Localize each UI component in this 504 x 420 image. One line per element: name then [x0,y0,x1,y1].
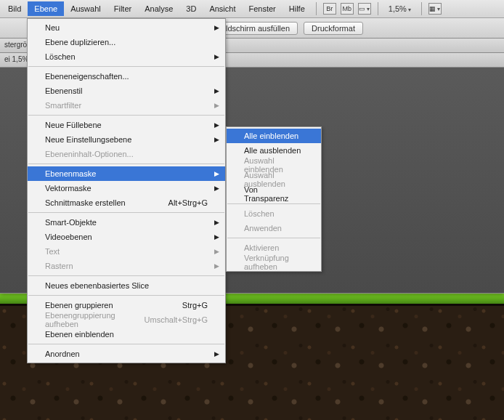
menu-separator [227,203,320,204]
maske-menu-item[interactable]: Von Transparenz [227,187,321,201]
shortcut: Alt+Strg+G [151,198,208,207]
menu-separator [28,66,224,67]
menu-item-label: Verknüpfung aufheben [244,254,304,271]
ebene-menu-item[interactable]: Smart-Objekte▶ [28,215,225,230]
maske-menu-item: Löschen [227,206,321,221]
submenu-arrow-icon: ▶ [214,233,219,241]
submenu-arrow-icon: ▶ [214,185,219,192]
menu-item-label: Ebenengruppierung aufheben [45,311,127,328]
submenu-arrow-icon: ▶ [214,219,219,226]
menu-item-label: Von Transparenz [244,185,304,203]
submenu-arrow-icon: ▶ [214,350,219,358]
shortcut: Umschalt+Strg+G [127,315,208,324]
separator [421,2,422,15]
menu-item-label: Anordnen [45,350,80,358]
menu-analyse[interactable]: Analyse [138,1,179,16]
menu-item-label: Schnittmaske erstellen [45,198,126,207]
shortcut: Strg+G [165,301,208,310]
menu-item-label: Neue Füllebene [45,121,102,129]
menu-item-label: Aktivieren [244,243,279,252]
ebene-menu-item: Smartfilter▶ [28,98,225,113]
maske-menu-item: Verknüpfung aufheben [227,255,321,270]
ebene-menu-item[interactable]: Ebeneneigenschaften... [28,69,225,84]
ebene-menu-item: Ebenengruppierung aufhebenUmschalt+Strg+… [28,312,225,327]
menu-item-label: Ebenenstil [45,86,82,95]
menu-item-label: Videoebenen [45,233,92,241]
minibridge-icon[interactable]: Mb [341,3,354,15]
menu-fenster[interactable]: Fenster [242,1,282,16]
menu-hilfe[interactable]: Hilfe [283,1,312,16]
menu-separator [28,163,224,164]
menu-item-label: Vektormaske [45,184,92,193]
ebene-menu-item[interactable]: Schnittmaske erstellenAlt+Strg+G [28,195,225,210]
menu-item-label: Ebene duplizieren... [45,38,115,47]
menu-item-label: Neu [45,23,60,32]
ebene-menu-item[interactable]: Anordnen▶ [28,347,225,361]
ebene-menu-item[interactable]: Ebenen gruppierenStrg+G [28,298,225,312]
arrange-icon[interactable]: ▦▾ [428,3,442,15]
zoom-value[interactable]: 1,5%▾ [389,4,411,13]
menu-item-label: Ebenen einblenden [45,330,114,339]
menu-item-label: Ebenenmaske [45,169,96,178]
ebene-menu-item[interactable]: Videoebenen▶ [28,230,225,244]
maske-menu-item: Aktivieren [227,241,321,255]
menu-item-label: Ebeneneigenschaften... [45,72,129,81]
menu-ebene[interactable]: Ebene [28,1,64,16]
menu-separator [28,212,224,213]
ebene-menu-item: Ebeneninhalt-Optionen... [28,147,225,161]
ebene-menu-item[interactable]: Neues ebenenbasiertes Slice [28,278,225,293]
screen-mode-icon[interactable]: ▭▾ [358,3,371,15]
menu-item-label: Ebeneninhalt-Optionen... [45,150,134,158]
maske-menu-item: Anwenden [227,221,321,235]
submenu-arrow-icon: ▶ [214,136,219,143]
ebene-menu-item[interactable]: Löschen▶ [28,49,225,64]
bridge-icon[interactable]: Br [323,3,336,15]
submenu-arrow-icon: ▶ [214,121,219,129]
ebene-menu-item[interactable]: Ebenenstil▶ [28,84,225,98]
separator [378,2,378,15]
submenu-arrow-icon: ▶ [214,262,219,270]
menu-separator [28,275,224,276]
submenu-arrow-icon: ▶ [214,53,219,60]
ebene-menu-item: Text▶ [28,244,225,259]
ebene-menu-item[interactable]: Ebenenmaske▶ [28,166,225,181]
menu-item-label: Löschen [244,209,275,218]
ebene-menu-item[interactable]: Vektormaske▶ [28,181,225,195]
ebene-menu-item[interactable]: Ebenen einblenden [28,327,225,342]
maske-menu-item[interactable]: Alle einblenden [227,129,321,143]
menu-3d[interactable]: 3D [179,1,203,16]
menu-item-label: Smart-Objekte [45,218,97,227]
menubar: Bild Ebene Auswahl Filter Analyse 3D Ans… [0,0,504,18]
submenu-arrow-icon: ▶ [214,102,219,109]
menu-bild[interactable]: Bild [1,1,28,16]
menu-item-label: Anwenden [244,224,282,233]
menu-separator [28,344,224,344]
separator [316,2,317,15]
menu-item-label: Neues ebenenbasiertes Slice [45,281,149,290]
menu-separator [227,238,320,238]
menu-ansicht[interactable]: Ansicht [203,1,242,16]
fit-screen-button[interactable]: ldschirm ausfüllen [218,22,298,35]
menu-item-label: Smartfilter [45,101,81,110]
maske-menu-item: Auswahl ausblenden [227,172,321,187]
maske-menu-item: Auswahl einblenden [227,158,321,172]
menu-auswahl[interactable]: Auswahl [64,1,107,16]
ebene-menu-item[interactable]: Ebene duplizieren... [28,35,225,49]
menu-separator [28,295,224,296]
ebene-dropdown: Neu▶Ebene duplizieren...Löschen▶Ebenenei… [27,18,226,363]
menu-item-label: Rastern [45,262,73,270]
ebene-menu-item[interactable]: Neue Füllebene▶ [28,118,225,132]
menu-item-label: Alle ausblenden [244,146,301,155]
menu-item-label: Text [45,247,60,256]
ebene-menu-item[interactable]: Neue Einstellungsebene▶ [28,132,225,147]
menu-separator [28,115,224,116]
menu-filter[interactable]: Filter [107,1,138,16]
menu-item-label: Neue Einstellungsebene [45,135,131,144]
ebenenmaske-submenu: Alle einblendenAlle ausblendenAuswahl ei… [226,126,322,272]
submenu-arrow-icon: ▶ [214,87,219,94]
ebene-menu-item[interactable]: Neu▶ [28,20,225,35]
maske-menu-item[interactable]: Alle ausblenden [227,143,321,158]
menu-item-label: Ebenen gruppieren [45,301,113,310]
print-format-button[interactable]: Druckformat [304,22,363,35]
submenu-arrow-icon: ▶ [214,248,219,255]
